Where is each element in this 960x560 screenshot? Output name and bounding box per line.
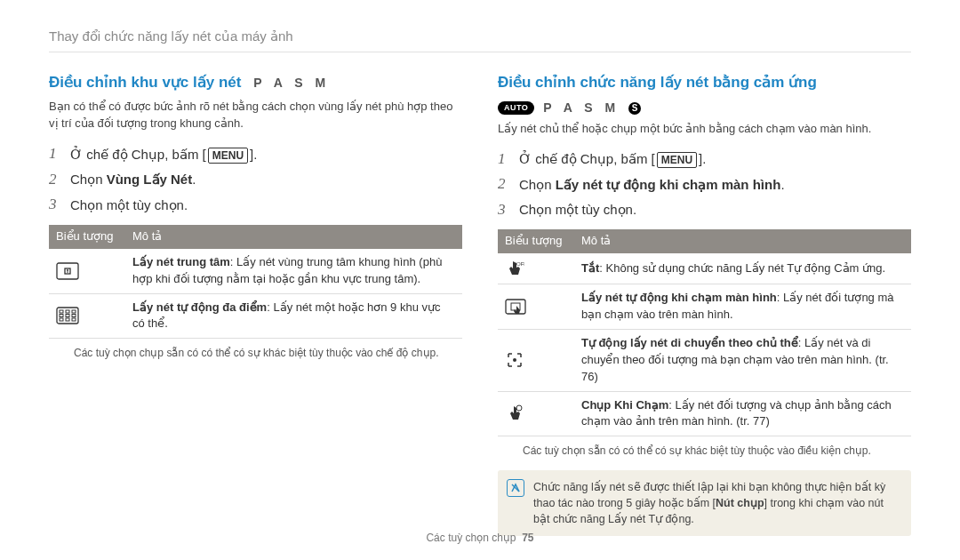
s-pill-icon: S [628, 102, 641, 115]
row-bold: Tắt [581, 261, 599, 275]
tip-bold: Nút chụp [716, 497, 764, 509]
table-row: Lấy nét trung tâm: Lấy nét vùng trung tâ… [49, 249, 462, 293]
menu-icon: MENU [208, 148, 248, 164]
step-text: Ở chế độ Chụp, bấm [ [519, 151, 655, 166]
th-icon: Biểu tượng [498, 229, 574, 253]
step-text: . [192, 172, 196, 187]
tracking-af-icon [498, 329, 574, 391]
step-bold: Vùng Lấy Nét [107, 172, 193, 187]
page-footer: Các tuỳ chọn chụp 75 [0, 531, 960, 546]
step-number: 3 [498, 199, 519, 221]
left-note: Các tuỳ chọn chụp sẵn có có thể có sự kh… [74, 346, 462, 361]
table-row: OFF Tắt: Không sử dụng chức năng Lấy nét… [498, 253, 911, 284]
step-text: Chọn một tùy chọn. [519, 200, 636, 220]
table-row: Chụp Khi Chạm: Lấy nét đối tượng và chụp… [498, 391, 911, 436]
footer-label: Các tuỳ chọn chụp [426, 532, 516, 544]
step-number: 1 [498, 148, 519, 171]
footer-page: 75 [522, 532, 533, 544]
svg-point-17 [513, 358, 516, 362]
step-text: . [780, 177, 784, 192]
table-row: Lấy nét tự động đa điểm: Lấy nét một hoặ… [49, 293, 462, 339]
svg-rect-8 [60, 315, 63, 317]
auto-pill-icon: AUTO [498, 101, 534, 115]
off-touch-icon: OFF [498, 253, 574, 284]
step-number: 2 [49, 169, 70, 191]
step-number: 1 [49, 143, 70, 165]
right-note: Các tuỳ chọn sẵn có có thể có sự khác bi… [523, 444, 911, 459]
step-text: Ở chế độ Chụp, bấm [ [70, 147, 206, 162]
row-text: : Không sử dụng chức năng Lấy nét Tự độn… [599, 261, 885, 275]
row-bold: Lấy nét trung tâm [132, 255, 230, 268]
menu-icon: MENU [657, 152, 697, 168]
th-desc: Mô tả [574, 229, 911, 253]
svg-rect-6 [66, 310, 69, 313]
center-focus-icon [49, 249, 125, 293]
step-number: 3 [49, 194, 70, 216]
touch-shot-icon [498, 391, 574, 436]
svg-point-18 [516, 405, 522, 411]
step-text: Chọn [70, 172, 107, 187]
right-modes: P A S M [543, 99, 620, 116]
step-text: ]. [250, 147, 257, 162]
row-bold: Lấy nét tự động khi chạm màn hình [581, 291, 777, 304]
row-bold: Chụp Khi Chạm [581, 398, 668, 412]
left-modes: P A S M [253, 76, 330, 90]
right-options-table: Biểu tượng Mô tả OFF Tắt: Không sử dụng … [498, 229, 911, 436]
svg-rect-11 [60, 318, 63, 321]
row-bold: Lấy nét tự động đa điểm [132, 300, 267, 314]
step-bold: Lấy nét tự động khi chạm màn hình [556, 177, 781, 192]
step-text: Chọn một tùy chọn. [70, 196, 188, 215]
th-icon: Biểu tượng [49, 225, 125, 249]
right-title: Điều chỉnh chức năng lấy nét bằng cảm ứn… [498, 74, 817, 91]
step-text: ]. [699, 151, 706, 166]
th-desc: Mô tả [125, 225, 462, 249]
tip-box: Chức năng lấy nét sẽ được thiết lập lại … [498, 470, 911, 536]
step-number: 2 [498, 173, 519, 196]
table-row: Lấy nét tự động khi chạm màn hình: Lấy n… [498, 284, 911, 330]
right-column: Điều chỉnh chức năng lấy nét bằng cảm ứn… [498, 72, 911, 536]
svg-text:OFF: OFF [516, 261, 524, 267]
right-intro: Lấy nét chủ thể hoặc chụp một bức ảnh bằ… [498, 121, 911, 138]
left-options-table: Biểu tượng Mô tả Lấy nét trung tâm: Lấy … [49, 225, 462, 339]
step-text: Chọn [519, 177, 556, 192]
right-steps: 1 Ở chế độ Chụp, bấm [MENU]. 2 Chọn Lấy … [498, 148, 911, 221]
table-row: Tự động lấy nét di chuyển theo chủ thể: … [498, 329, 911, 391]
left-steps: 1 Ở chế độ Chụp, bấm [MENU]. 2 Chọn Vùng… [49, 143, 462, 216]
left-column: Điều chỉnh khu vực lấy nét P A S M Bạn c… [49, 72, 462, 536]
left-title: Điều chỉnh khu vực lấy nét [49, 74, 241, 91]
svg-rect-13 [72, 318, 76, 321]
svg-rect-9 [66, 315, 69, 317]
svg-rect-10 [72, 315, 76, 317]
multi-focus-icon [49, 293, 125, 339]
svg-rect-7 [72, 310, 76, 313]
svg-rect-5 [60, 310, 63, 313]
left-intro: Bạn có thể có được bức ảnh rõ nét bằng c… [49, 99, 462, 132]
info-icon [507, 479, 524, 497]
svg-rect-12 [66, 318, 69, 321]
row-bold: Tự động lấy nét di chuyển theo chủ thể [581, 336, 798, 349]
touch-af-icon [498, 284, 574, 330]
page-header: Thay đổi chức năng lấy nét của máy ảnh [49, 27, 911, 52]
